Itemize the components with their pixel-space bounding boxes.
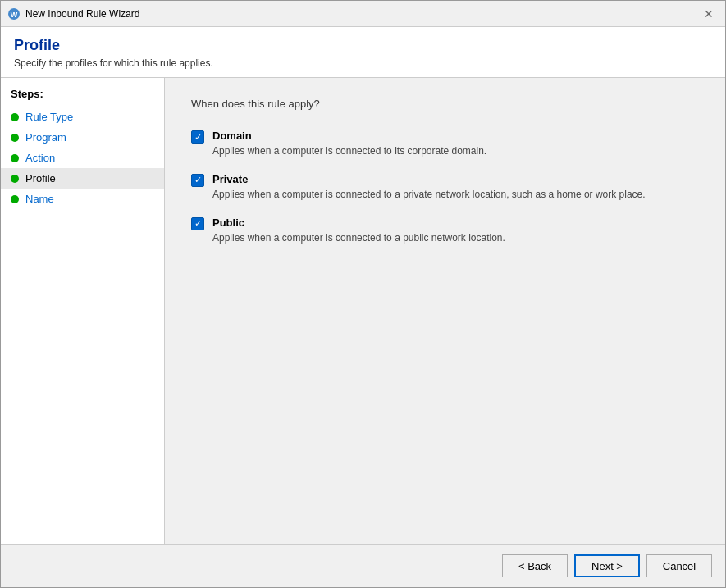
- public-text-group: Public Applies when a computer is connec…: [212, 217, 505, 245]
- steps-label: Steps:: [1, 88, 164, 107]
- sidebar-item-label: Profile: [25, 172, 56, 185]
- option-domain: ✓ Domain Applies when a computer is conn…: [191, 130, 699, 158]
- sidebar-item-label: Action: [25, 152, 55, 164]
- wizard-window: W New Inbound Rule Wizard ✕ Profile Spec…: [0, 0, 726, 588]
- sidebar-item-rule-type[interactable]: Rule Type: [1, 107, 164, 127]
- window-title: New Inbound Rule Wizard: [25, 8, 699, 20]
- sidebar-item-label: Name: [25, 193, 54, 205]
- close-button[interactable]: ✕: [699, 4, 719, 24]
- sidebar-item-name[interactable]: Name: [1, 189, 164, 209]
- step-dot: [11, 134, 19, 142]
- sidebar: Steps: Rule Type Program Action Profile …: [1, 78, 165, 544]
- checkmark-domain: ✓: [194, 133, 202, 142]
- page-title: Profile: [14, 37, 712, 54]
- option-private: ✓ Private Applies when a computer is con…: [191, 173, 699, 202]
- checkbox-public[interactable]: ✓: [191, 217, 204, 230]
- content-area: Steps: Rule Type Program Action Profile …: [1, 78, 725, 544]
- checkbox-private[interactable]: ✓: [191, 174, 204, 187]
- question-text: When does this rule apply?: [191, 98, 699, 110]
- private-text-group: Private Applies when a computer is conne…: [212, 173, 646, 202]
- private-title: Private: [212, 173, 646, 185]
- option-public: ✓ Public Applies when a computer is conn…: [191, 217, 699, 245]
- public-title: Public: [212, 217, 505, 229]
- domain-text-group: Domain Applies when a computer is connec…: [212, 130, 486, 158]
- checkmark-public: ✓: [194, 219, 202, 228]
- step-dot: [11, 154, 19, 162]
- checkbox-domain-wrap: ✓: [191, 130, 204, 144]
- back-button[interactable]: < Back: [502, 554, 568, 577]
- sidebar-item-profile[interactable]: Profile: [1, 168, 164, 189]
- svg-text:W: W: [11, 11, 18, 19]
- step-dot: [11, 175, 19, 183]
- next-button[interactable]: Next >: [574, 554, 640, 577]
- checkbox-domain[interactable]: ✓: [191, 130, 204, 144]
- private-desc: Applies when a computer is connected to …: [212, 188, 646, 202]
- wizard-header: Profile Specify the profiles for which t…: [1, 27, 725, 78]
- checkbox-private-wrap: ✓: [191, 174, 204, 187]
- domain-title: Domain: [212, 130, 486, 142]
- page-description: Specify the profiles for which this rule…: [14, 57, 712, 69]
- sidebar-item-label: Rule Type: [25, 111, 73, 123]
- cancel-button[interactable]: Cancel: [646, 554, 712, 577]
- checkbox-public-wrap: ✓: [191, 217, 204, 230]
- option-group: ✓ Domain Applies when a computer is conn…: [191, 130, 699, 244]
- domain-desc: Applies when a computer is connected to …: [212, 144, 486, 158]
- wizard-footer: < Back Next > Cancel: [1, 544, 725, 587]
- checkmark-private: ✓: [194, 175, 202, 185]
- step-dot: [11, 195, 19, 203]
- public-desc: Applies when a computer is connected to …: [212, 231, 505, 245]
- window-icon: W: [7, 7, 21, 21]
- sidebar-item-action[interactable]: Action: [1, 148, 164, 168]
- main-panel: When does this rule apply? ✓ Domain Appl…: [165, 78, 725, 544]
- sidebar-item-program[interactable]: Program: [1, 127, 164, 148]
- sidebar-item-label: Program: [25, 131, 66, 144]
- titlebar: W New Inbound Rule Wizard ✕: [1, 1, 725, 27]
- step-dot: [11, 113, 19, 121]
